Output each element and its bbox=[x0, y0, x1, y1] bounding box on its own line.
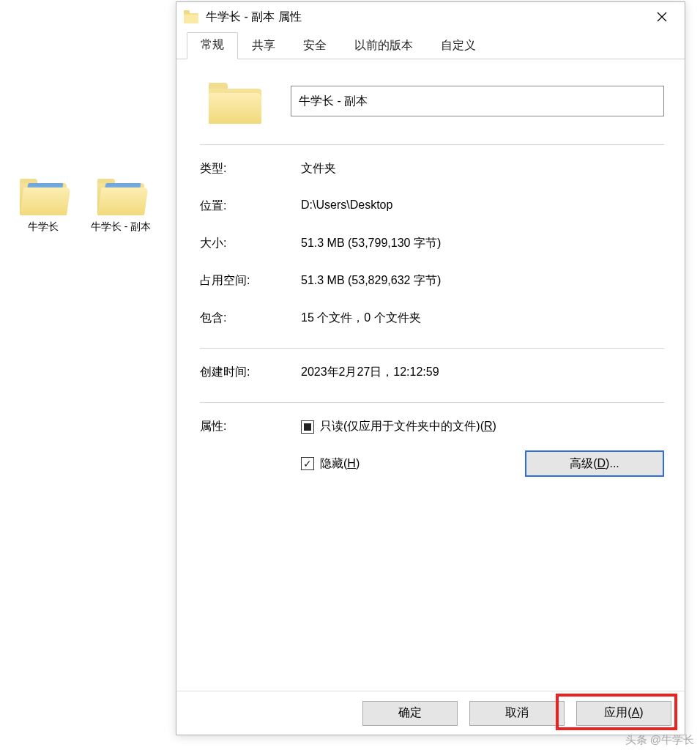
properties-dialog: 牛学长 - 副本 属性 常规 共享 安全 以前的版本 自定义 类型: 文件夹 位… bbox=[176, 1, 685, 735]
value-size: 51.3 MB (53,799,130 字节) bbox=[301, 236, 664, 251]
checkbox-checked-icon bbox=[301, 457, 314, 470]
value-location: D:\Users\Desktop bbox=[301, 198, 664, 214]
folder-icon bbox=[209, 78, 261, 124]
label-size: 大小: bbox=[200, 236, 301, 251]
label-created: 创建时间: bbox=[200, 365, 301, 380]
value-created: 2023年2月27日，12:12:59 bbox=[301, 365, 664, 380]
tab-strip: 常规 共享 安全 以前的版本 自定义 bbox=[176, 31, 685, 59]
desktop-folder-1[interactable]: 牛学长 - 副本 bbox=[88, 176, 154, 233]
tab-sharing[interactable]: 共享 bbox=[238, 33, 289, 59]
apply-button[interactable]: 应用(A) bbox=[576, 701, 671, 726]
folder-icon bbox=[184, 10, 198, 23]
tab-security[interactable]: 安全 bbox=[289, 33, 340, 59]
advanced-button[interactable]: 高级(D)... bbox=[525, 450, 664, 477]
divider bbox=[200, 402, 664, 403]
cancel-button[interactable]: 取消 bbox=[469, 701, 565, 726]
tab-general[interactable]: 常规 bbox=[187, 32, 238, 59]
folder-icon bbox=[20, 176, 67, 215]
hidden-checkbox[interactable]: 隐藏(H) bbox=[301, 456, 360, 472]
desktop-folder-label: 牛学长 - 副本 bbox=[88, 220, 154, 233]
label-size-on-disk: 占用空间: bbox=[200, 273, 301, 289]
folder-name-input[interactable] bbox=[291, 86, 664, 116]
readonly-checkbox[interactable]: 只读(仅应用于文件夹中的文件)(R) bbox=[301, 419, 496, 434]
dialog-title: 牛学长 - 副本 属性 bbox=[206, 10, 645, 25]
close-icon bbox=[657, 12, 667, 22]
close-button[interactable] bbox=[645, 5, 679, 29]
dialog-button-bar: 确定 取消 应用(A) bbox=[176, 691, 685, 735]
value-size-on-disk: 51.3 MB (53,829,632 字节) bbox=[301, 273, 664, 289]
checkbox-indeterminate-icon bbox=[301, 420, 314, 434]
divider bbox=[200, 144, 664, 145]
label-contains: 包含: bbox=[200, 311, 301, 326]
label-attributes: 属性: bbox=[200, 419, 301, 434]
tab-previous-versions[interactable]: 以前的版本 bbox=[340, 33, 427, 59]
label-location: 位置: bbox=[200, 198, 301, 214]
readonly-label: 只读(仅应用于文件夹中的文件)(R) bbox=[320, 419, 496, 434]
titlebar: 牛学长 - 副本 属性 bbox=[176, 2, 685, 31]
divider bbox=[200, 348, 664, 349]
hidden-label: 隐藏(H) bbox=[320, 456, 360, 472]
value-contains: 15 个文件，0 个文件夹 bbox=[301, 311, 664, 326]
watermark: 头条 @牛学长 bbox=[625, 733, 694, 747]
value-type: 文件夹 bbox=[301, 161, 664, 177]
tab-customize[interactable]: 自定义 bbox=[427, 33, 490, 59]
folder-icon bbox=[97, 176, 144, 215]
desktop-folder-0[interactable]: 牛学长 bbox=[10, 176, 76, 233]
label-type: 类型: bbox=[200, 161, 301, 177]
desktop-folder-label: 牛学长 bbox=[10, 220, 76, 233]
ok-button[interactable]: 确定 bbox=[362, 701, 458, 726]
dialog-content: 类型: 文件夹 位置: D:\Users\Desktop 大小: 51.3 MB… bbox=[176, 59, 685, 691]
